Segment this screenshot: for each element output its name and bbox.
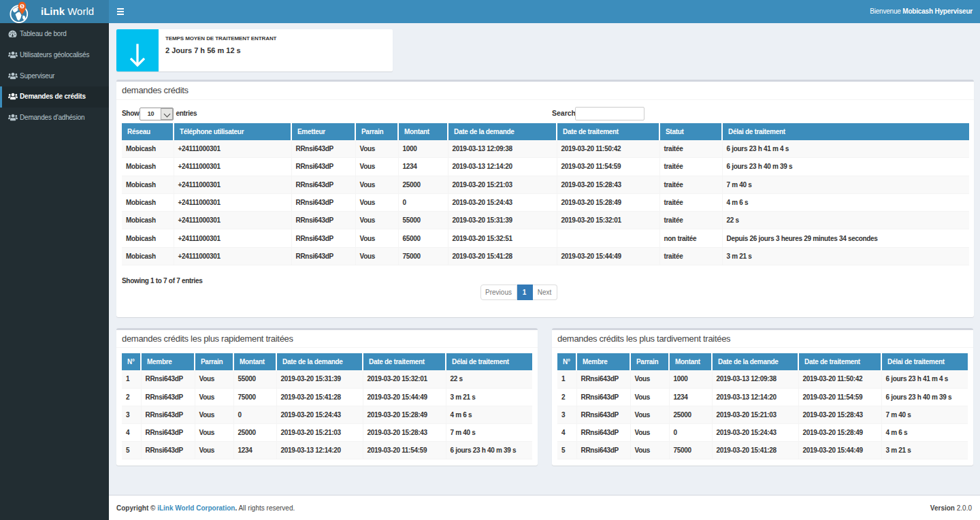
svg-text:$: $ bbox=[21, 4, 23, 8]
